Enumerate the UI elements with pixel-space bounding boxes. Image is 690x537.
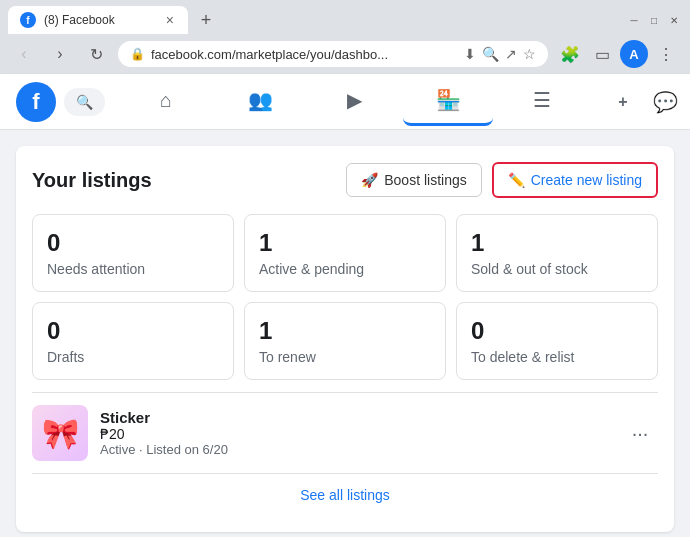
tab-title: (8) Facebook <box>44 13 156 27</box>
sidebar-button[interactable]: ▭ <box>588 40 616 68</box>
stat-to-delete-relist[interactable]: 0 To delete & relist <box>456 302 658 380</box>
bookmark-icon[interactable]: ☆ <box>523 46 536 62</box>
stat-to-renew[interactable]: 1 To renew <box>244 302 446 380</box>
nav-center-icons: ⌂ 👥 ▶ 🏪 ☰ <box>121 78 587 126</box>
nav-friends-button[interactable]: 👥 <box>215 78 305 126</box>
browser-tab[interactable]: f (8) Facebook × <box>8 6 188 34</box>
nav-marketplace-button[interactable]: 🏪 <box>403 78 493 126</box>
listing-image: 🎀 <box>32 405 88 461</box>
reload-button[interactable]: ↻ <box>82 40 110 68</box>
create-listing-button[interactable]: ✏️ Create new listing <box>492 162 658 198</box>
listing-item: 🎀 Sticker ₱20 Active · Listed on 6/20 ··… <box>32 392 658 473</box>
stat-label: To renew <box>259 349 431 365</box>
listing-price: ₱20 <box>100 426 610 442</box>
stat-number: 1 <box>259 229 431 257</box>
listing-name: Sticker <box>100 409 610 426</box>
nav-messenger-button[interactable]: 💬 <box>645 82 685 122</box>
listing-status: Active · Listed on 6/20 <box>100 442 610 457</box>
facebook-navbar: f 🔍 ⌂ 👥 ▶ 🏪 ☰ + 💬 🔔 8 A <box>0 74 690 130</box>
stats-grid: 0 Needs attention 1 Active & pending 1 S… <box>32 214 658 380</box>
window-controls: ─ □ ✕ <box>626 12 682 28</box>
stat-drafts[interactable]: 0 Drafts <box>32 302 234 380</box>
facebook-logo: f <box>16 82 56 122</box>
boost-icon: 🚀 <box>361 172 378 188</box>
tab-close-button[interactable]: × <box>164 12 176 28</box>
close-window-button[interactable]: ✕ <box>666 12 682 28</box>
stat-number: 1 <box>471 229 643 257</box>
extensions-button[interactable]: 🧩 <box>556 40 584 68</box>
stat-needs-attention[interactable]: 0 Needs attention <box>32 214 234 292</box>
nav-right-icons: + 💬 🔔 8 A <box>603 82 690 122</box>
stat-number: 0 <box>47 229 219 257</box>
listings-title: Your listings <box>32 169 346 192</box>
share-icon[interactable]: ↗ <box>505 46 517 62</box>
boost-listings-button[interactable]: 🚀 Boost listings <box>346 163 481 197</box>
create-icon: ✏️ <box>508 172 525 188</box>
forward-button[interactable]: › <box>46 40 74 68</box>
stat-number: 0 <box>471 317 643 345</box>
nav-video-button[interactable]: ▶ <box>309 78 399 126</box>
stat-label: Sold & out of stock <box>471 261 643 277</box>
listing-info: Sticker ₱20 Active · Listed on 6/20 <box>100 409 610 457</box>
address-bar[interactable]: 🔒 facebook.com/marketplace/you/dashbo...… <box>118 41 548 67</box>
profile-button[interactable]: A <box>620 40 648 68</box>
see-all-link[interactable]: See all listings <box>300 487 390 503</box>
search-icon: 🔍 <box>76 94 93 110</box>
nav-home-button[interactable]: ⌂ <box>121 78 211 126</box>
browser-title-bar: f (8) Facebook × + ─ □ ✕ <box>0 0 690 34</box>
stat-label: To delete & relist <box>471 349 643 365</box>
download-icon[interactable]: ⬇ <box>464 46 476 62</box>
url-text: facebook.com/marketplace/you/dashbo... <box>151 47 458 62</box>
tab-favicon: f <box>20 12 36 28</box>
facebook-search[interactable]: 🔍 <box>64 88 105 116</box>
more-options-button[interactable]: ⋮ <box>652 40 680 68</box>
address-search-icon[interactable]: 🔍 <box>482 46 499 62</box>
listings-actions: 🚀 Boost listings ✏️ Create new listing <box>346 162 658 198</box>
listings-header: Your listings 🚀 Boost listings ✏️ Create… <box>32 162 658 198</box>
maximize-button[interactable]: □ <box>646 12 662 28</box>
new-tab-button[interactable]: + <box>192 6 220 34</box>
listings-section: Your listings 🚀 Boost listings ✏️ Create… <box>16 146 674 532</box>
lock-icon: 🔒 <box>130 47 145 61</box>
stat-active-pending[interactable]: 1 Active & pending <box>244 214 446 292</box>
stat-number: 1 <box>259 317 431 345</box>
stat-label: Active & pending <box>259 261 431 277</box>
stat-label: Needs attention <box>47 261 219 277</box>
stat-label: Drafts <box>47 349 219 365</box>
stat-number: 0 <box>47 317 219 345</box>
browser-toolbar: ‹ › ↻ 🔒 facebook.com/marketplace/you/das… <box>0 34 690 74</box>
main-content: Your listings 🚀 Boost listings ✏️ Create… <box>0 130 690 537</box>
toolbar-right: 🧩 ▭ A ⋮ <box>556 40 680 68</box>
nav-menu-button[interactable]: ☰ <box>497 78 587 126</box>
minimize-button[interactable]: ─ <box>626 12 642 28</box>
back-button[interactable]: ‹ <box>10 40 38 68</box>
address-actions: ⬇ 🔍 ↗ ☆ <box>464 46 536 62</box>
nav-plus-button[interactable]: + <box>603 82 643 122</box>
listing-more-options-button[interactable]: ··· <box>622 415 658 451</box>
see-all-listings: See all listings <box>32 473 658 516</box>
stat-sold-out-of-stock[interactable]: 1 Sold & out of stock <box>456 214 658 292</box>
browser-chrome: f (8) Facebook × + ─ □ ✕ ‹ › ↻ 🔒 faceboo… <box>0 0 690 74</box>
